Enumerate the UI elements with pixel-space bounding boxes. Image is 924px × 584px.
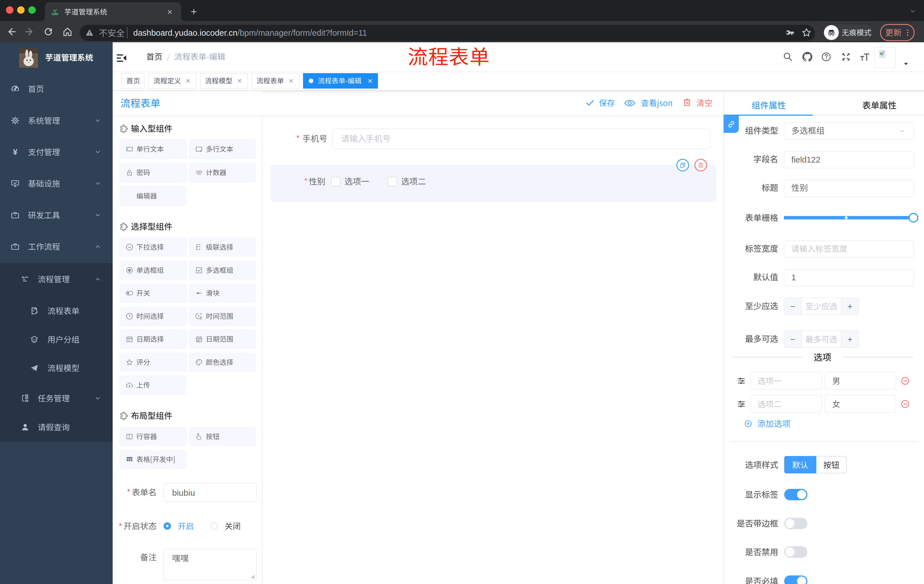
svg-text:¥: ¥ [13, 147, 18, 156]
svg-text:123: 123 [196, 170, 202, 174]
